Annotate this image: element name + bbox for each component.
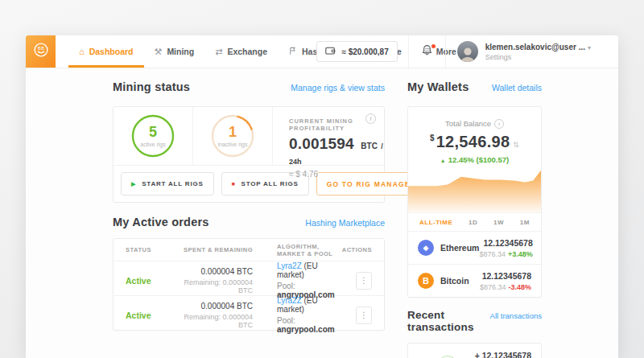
profitability-unit: BTC bbox=[361, 142, 378, 150]
tab-1d[interactable]: 1D bbox=[469, 219, 477, 226]
inactive-rigs-count: 1 bbox=[229, 125, 237, 139]
all-transactions-link[interactable]: All transactions bbox=[490, 311, 542, 320]
left-column: Mining status Manage rigs & view stats 5… bbox=[113, 80, 385, 331]
notification-dot bbox=[431, 44, 436, 48]
info-icon[interactable]: i bbox=[494, 119, 504, 129]
inactive-rigs-stat: 1 inactive rigs bbox=[193, 107, 273, 165]
tab-1m[interactable]: 1M bbox=[520, 219, 530, 226]
order-status: Active bbox=[126, 276, 175, 286]
coin-name: Ethereum bbox=[440, 243, 479, 253]
table-row: Active 0.000004 BTC Remaining: 0.000004 … bbox=[114, 261, 384, 295]
active-rigs-ring: 5 active rigs bbox=[130, 113, 175, 158]
table-row: Active 0.000004 BTC Remaining: 0.000004 … bbox=[114, 295, 384, 330]
mining-stats-row: 5 active rigs 1 inactive rigs bbox=[114, 107, 384, 165]
tab-all-time[interactable]: ALL-TIME bbox=[419, 219, 452, 226]
active-rigs-count: 5 bbox=[149, 125, 157, 139]
pickaxe-icon: ⚒ bbox=[155, 47, 163, 57]
app-window: BB ⌂ Dashboard ⚒ Mining ⇄ Exchange Hash … bbox=[26, 35, 618, 358]
total-balance-value: $12,546.98⇅ bbox=[408, 133, 541, 151]
coin-fiat: $876.34+3.48% bbox=[479, 250, 532, 258]
active-rigs-label: active rigs bbox=[140, 142, 166, 147]
smiley-logo-icon: BB bbox=[32, 41, 50, 62]
my-wallets-header: My Wallets Wallet details bbox=[407, 80, 542, 93]
col-algorithm: ALGORITHM, MARKET & POOL bbox=[253, 243, 336, 257]
balance-area-chart bbox=[408, 169, 541, 212]
order-actions-button[interactable]: ⋮ bbox=[356, 307, 372, 324]
wallet-balance-button[interactable]: ≈ $20.000,87 bbox=[316, 41, 397, 62]
tab-1w[interactable]: 1W bbox=[493, 219, 504, 226]
my-wallets-title: My Wallets bbox=[407, 80, 469, 93]
mining-status-title: Mining status bbox=[113, 80, 190, 93]
algorithm-link[interactable]: Lyra2Z bbox=[277, 261, 302, 270]
deposit-icon bbox=[437, 356, 458, 358]
coin-name: Bitcoin bbox=[440, 276, 469, 286]
rig-manager-label: GO TO RIG MANAGER bbox=[327, 180, 416, 188]
recent-transactions-header: Recent transactions All transactions bbox=[407, 309, 542, 333]
transactions-card: JUN 21 + 12.12345678 LTC 122.876,34 $ JU… bbox=[407, 343, 542, 358]
col-actions: ACTIONS bbox=[336, 246, 372, 253]
user-avatar bbox=[457, 41, 478, 62]
stop-icon: ■ bbox=[232, 181, 236, 187]
exchange-arrows-icon: ⇄ bbox=[215, 47, 222, 57]
info-icon[interactable]: i bbox=[365, 113, 376, 124]
coin-amount: 12.12345678 bbox=[480, 271, 531, 281]
coin-amount: 12.12345678 bbox=[479, 238, 532, 248]
tab-dashboard[interactable]: ⌂ Dashboard bbox=[68, 35, 144, 68]
nicehash-logo[interactable]: BB bbox=[26, 35, 56, 68]
tab-exchange-label: Exchange bbox=[227, 47, 267, 56]
order-status: Active bbox=[126, 311, 175, 320]
order-actions-button[interactable]: ⋮ bbox=[356, 272, 372, 290]
up-triangle-icon: ▲ bbox=[440, 158, 446, 163]
coin-fiat: $876.34-3.48% bbox=[480, 283, 531, 291]
stop-all-rigs-label: STOP ALL RIGS bbox=[242, 180, 299, 187]
active-orders-table: STATUS SPENT & REMAINING ALGORITHM, MARK… bbox=[113, 238, 385, 331]
start-all-rigs-button[interactable]: ▶ START ALL RIGS bbox=[121, 172, 214, 195]
recent-transactions-title: Recent transactions bbox=[407, 309, 490, 333]
inactive-rigs-label: inactive rigs bbox=[218, 142, 248, 147]
tab-exchange[interactable]: ⇄ Exchange bbox=[204, 35, 278, 68]
col-spent: SPENT & REMAINING bbox=[175, 246, 253, 253]
tab-mining-label: Mining bbox=[167, 47, 194, 56]
active-orders-header: My Active orders Hashing Marketplace bbox=[113, 216, 385, 228]
svg-text:B: B bbox=[41, 46, 44, 51]
inactive-rigs-ring: 1 inactive rigs bbox=[210, 113, 255, 158]
order-spent: 0.000004 BTC Remaining: 0.000004 BTC bbox=[175, 302, 253, 329]
wallet-icon bbox=[325, 46, 336, 57]
profitability-value: 0.001594 bbox=[289, 135, 354, 152]
manage-rigs-link[interactable]: Manage rigs & view stats bbox=[291, 83, 385, 93]
navbar-right: ≈ $20.000,87 klemen.selakovic@user ...▾ … bbox=[316, 35, 618, 68]
play-icon: ▶ bbox=[131, 181, 136, 187]
home-icon: ⌂ bbox=[79, 47, 85, 56]
wallet-balance-label: ≈ $20.000,87 bbox=[341, 47, 388, 56]
wallet-details-link[interactable]: Wallet details bbox=[492, 83, 542, 93]
right-column: My Wallets Wallet details Total Balance … bbox=[407, 80, 542, 358]
top-navbar: BB ⌂ Dashboard ⚒ Mining ⇄ Exchange Hash … bbox=[26, 35, 618, 68]
notifications-button[interactable] bbox=[408, 35, 446, 68]
hashing-marketplace-link[interactable]: Hashing Marketplace bbox=[305, 218, 385, 228]
list-item-ethereum[interactable]: ◆ Ethereum 12.12345678 $876.34+3.48% bbox=[408, 231, 541, 264]
currency-swap-icon[interactable]: ⇅ bbox=[513, 141, 519, 149]
wallet-card: Total Balance i $12,546.98⇅ ▲12.45% ($10… bbox=[407, 106, 542, 298]
user-menu[interactable]: klemen.selakovic@user ...▾ Settings bbox=[446, 41, 618, 62]
col-status: STATUS bbox=[126, 246, 175, 253]
list-item-bitcoin[interactable]: B Bitcoin 12.12345678 $876.34-3.48% bbox=[408, 264, 541, 297]
user-info: klemen.selakovic@user ...▾ Settings bbox=[485, 43, 591, 61]
ethereum-icon: ◆ bbox=[418, 240, 434, 256]
currency-symbol: $ bbox=[430, 134, 435, 142]
tab-mining[interactable]: ⚒ Mining bbox=[144, 35, 205, 68]
algorithm-link[interactable]: Lyra2Z bbox=[277, 296, 302, 305]
order-spent: 0.000004 BTC Remaining: 0.000004 BTC bbox=[175, 267, 253, 294]
storefront-icon bbox=[288, 47, 297, 57]
balance-change: ▲12.45% ($100.57) bbox=[408, 155, 541, 164]
mining-status-header: Mining status Manage rigs & view stats bbox=[113, 80, 385, 93]
orders-table-header: STATUS SPENT & REMAINING ALGORITHM, MARK… bbox=[114, 239, 384, 261]
chevron-down-icon: ▾ bbox=[588, 44, 591, 51]
list-item-transaction[interactable]: JUN 21 + 12.12345678 LTC 122.876,34 $ bbox=[408, 344, 541, 358]
total-balance-label: Total Balance i bbox=[445, 119, 504, 129]
mining-status-card: 5 active rigs 1 inactive rigs bbox=[113, 106, 385, 203]
transaction-amount: + 12.12345678 LTC bbox=[465, 351, 531, 358]
order-algorithm: Lyra2Z (EU market) Pool: angrypool.com bbox=[253, 261, 336, 299]
order-algorithm: Lyra2Z (EU market) Pool: angrypool.com bbox=[253, 296, 336, 334]
bitcoin-icon: B bbox=[418, 273, 434, 289]
tab-dashboard-label: Dashboard bbox=[89, 47, 134, 56]
